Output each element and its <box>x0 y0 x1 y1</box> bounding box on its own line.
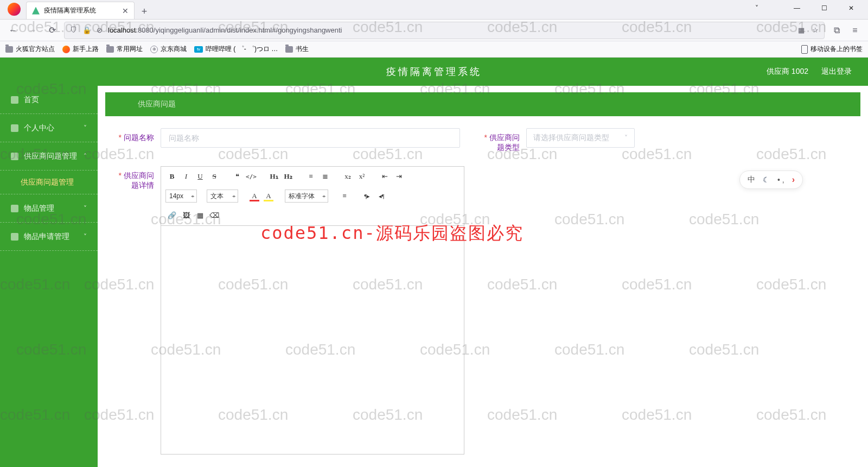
browser-tab[interactable]: 疫情隔离管理系统 ✕ <box>26 2 135 19</box>
new-tab-button[interactable]: + <box>137 4 152 19</box>
qr-icon[interactable]: ▦ <box>798 26 805 34</box>
sidebar-item-label: 供应商问题管理 <box>21 178 74 187</box>
sidebar-item-goods-apply-mgmt[interactable]: 物品申请管理 ˅ <box>0 223 98 251</box>
globe-icon: ⊕ <box>150 46 158 53</box>
required-star-icon: * <box>484 133 487 142</box>
vue-favicon-icon <box>32 7 40 15</box>
shield-icon: ⛉ <box>70 26 77 34</box>
chevron-down-icon: ˅ <box>84 233 87 241</box>
url-text: localhost:8080/yiqinggeliguanli/admin/di… <box>108 26 342 34</box>
window-chevron-icon[interactable]: ˅ <box>744 1 769 16</box>
window-minimize-button[interactable]: — <box>784 1 809 16</box>
breadcrumb-current: 供应商问题 <box>138 99 176 109</box>
user-icon <box>11 124 18 132</box>
logout-link[interactable]: 退出登录 <box>821 67 852 77</box>
editor-outdent-button[interactable]: ⇤ <box>378 170 391 183</box>
editor-video-button[interactable]: ▦ <box>194 209 207 222</box>
box-icon <box>11 205 18 212</box>
app-root: 疫情隔离管理系统 供应商 1002 退出登录 首页 个人中心 ˅ 供应商问题管理… <box>0 58 868 467</box>
editor-unordered-list-button[interactable]: ≣ <box>318 170 331 183</box>
browser-toolbar: ← → ⟳ ⛉ 🔒 ⊘ localhost:8080/yiqinggeligua… <box>0 20 868 41</box>
editor-italic-button[interactable]: I <box>180 170 193 183</box>
editor-content-area[interactable] <box>161 226 464 454</box>
bookmark-firefox-official[interactable]: 火狐官方站点 <box>5 45 55 54</box>
editor-format-select[interactable]: 文本 <box>207 190 238 203</box>
app-header: 疫情隔离管理系统 供应商 1002 退出登录 <box>0 58 868 86</box>
chevron-down-icon: ˅ <box>84 124 87 132</box>
rich-text-editor: B I U S ❝ </> H₁ H₂ <box>161 166 464 455</box>
folder-icon <box>106 46 114 53</box>
field-question-type: *供应商问 题类型 请选择供应商问题类型 ˅ <box>476 128 635 152</box>
editor-h1-button[interactable]: H₁ <box>267 170 280 183</box>
firefox-icon <box>62 46 70 53</box>
window-close-button[interactable]: ✕ <box>839 1 864 16</box>
nav-reload-button[interactable]: ⟳ <box>44 23 60 38</box>
bilibili-icon: tv <box>194 46 203 53</box>
bookmark-jd[interactable]: ⊕京东商城 <box>150 45 187 54</box>
bookmarks-bar: 火狐官方站点 新手上路 常用网址 ⊕京东商城 tv哔哩哔哩 ( ゜- ゜)つロ … <box>0 41 868 58</box>
sidebar-item-supplier-question-mgmt[interactable]: 供应商问题管理 ˄ <box>0 142 98 171</box>
editor-superscript-button[interactable]: x² <box>355 170 368 183</box>
app-menu-icon[interactable]: ≡ <box>847 23 863 38</box>
editor-toolbar: B I U S ❝ </> H₁ H₂ <box>161 167 464 226</box>
app-title: 疫情隔离管理系统 <box>386 65 482 78</box>
bookmark-shusheng[interactable]: 书生 <box>285 45 309 54</box>
editor-font-size-select[interactable]: 14px <box>165 190 197 203</box>
editor-indent-button[interactable]: ⇥ <box>392 170 405 183</box>
editor-clear-format-button[interactable]: ⌫ <box>208 209 221 222</box>
chevron-up-icon: ˄ <box>84 153 87 160</box>
sidebar-item-label: 首页 <box>24 95 39 105</box>
chevron-down-icon: ˅ <box>624 134 628 142</box>
editor-text-color-button[interactable]: A <box>248 190 261 203</box>
editor-quote-button[interactable]: ❝ <box>231 170 244 183</box>
bookmark-getting-started[interactable]: 新手上路 <box>62 45 99 54</box>
editor-font-family-select[interactable]: 标准字体 <box>285 190 328 203</box>
bookmark-star-icon[interactable]: ☆ <box>812 26 819 34</box>
nav-forward-button[interactable]: → <box>25 23 40 38</box>
editor-image-button[interactable]: 🖼 <box>180 209 193 222</box>
sidebar-item-profile[interactable]: 个人中心 ˅ <box>0 114 98 142</box>
ime-indicator[interactable]: 中 ☾ • , › <box>739 171 803 189</box>
editor-h2-button[interactable]: H₂ <box>282 170 295 183</box>
list-icon <box>11 153 18 160</box>
required-star-icon: * <box>119 133 122 142</box>
editor-subscript-button[interactable]: x₂ <box>341 170 354 183</box>
extensions-icon[interactable]: ⧉ <box>829 23 844 38</box>
chevron-down-icon: ˅ <box>84 205 87 212</box>
sidebar-item-home[interactable]: 首页 <box>0 86 98 114</box>
editor-rtl-button[interactable]: ◂¶ <box>375 190 388 203</box>
editor-link-button[interactable]: 🔗 <box>165 209 178 222</box>
editor-align-button[interactable]: ≡ <box>338 190 351 203</box>
sidebar-item-goods-mgmt[interactable]: 物品管理 ˅ <box>0 194 98 223</box>
bookmark-mobile-devices[interactable]: 移动设备上的书签 <box>801 45 863 54</box>
mobile-device-icon <box>801 45 808 54</box>
sidebar-subitem-supplier-question-mgmt[interactable]: 供应商问题管理 <box>0 171 98 194</box>
nav-back-button[interactable]: ← <box>5 23 21 38</box>
question-name-input[interactable] <box>161 128 460 148</box>
question-type-select[interactable]: 请选择供应商问题类型 ˅ <box>526 128 635 148</box>
bookmark-bilibili[interactable]: tv哔哩哔哩 ( ゜- ゜)つロ … <box>194 45 278 54</box>
sidebar-item-label: 物品管理 <box>24 204 54 213</box>
chevron-right-icon[interactable]: › <box>792 175 795 185</box>
lock-icon: 🔒 <box>82 26 91 34</box>
editor-underline-button[interactable]: U <box>194 170 207 183</box>
editor-bold-button[interactable]: B <box>165 170 178 183</box>
main-content: 供应商问题 *问题名称 *供应商问 题类型 <box>98 86 868 467</box>
editor-ordered-list-button[interactable]: ≡ <box>304 170 317 183</box>
url-bar[interactable]: ⛉ 🔒 ⊘ localhost:8080/yiqinggeliguanli/ad… <box>64 22 825 39</box>
folder-icon <box>285 46 293 53</box>
select-placeholder: 请选择供应商问题类型 <box>533 133 609 143</box>
folder-icon <box>5 46 13 53</box>
bookmark-common-sites[interactable]: 常用网址 <box>106 45 143 54</box>
window-maximize-button[interactable]: ☐ <box>812 1 837 16</box>
editor-bg-color-button[interactable]: A <box>262 190 275 203</box>
editor-strike-button[interactable]: S <box>208 170 221 183</box>
editor-ltr-button[interactable]: ¶▸ <box>361 190 374 203</box>
field-label-question-name: *问题名称 <box>111 128 154 142</box>
breadcrumb: 供应商问题 <box>105 92 860 116</box>
editor-codeblock-button[interactable]: </> <box>245 170 258 183</box>
sidebar-item-label: 供应商问题管理 <box>24 152 77 161</box>
sidebar: 首页 个人中心 ˅ 供应商问题管理 ˄ 供应商问题管理 物品管理 ˅ <box>0 86 98 467</box>
tab-close-icon[interactable]: ✕ <box>122 7 129 15</box>
form-area: *问题名称 *供应商问 题类型 请选择供应商问题类型 ˅ <box>105 116 860 455</box>
